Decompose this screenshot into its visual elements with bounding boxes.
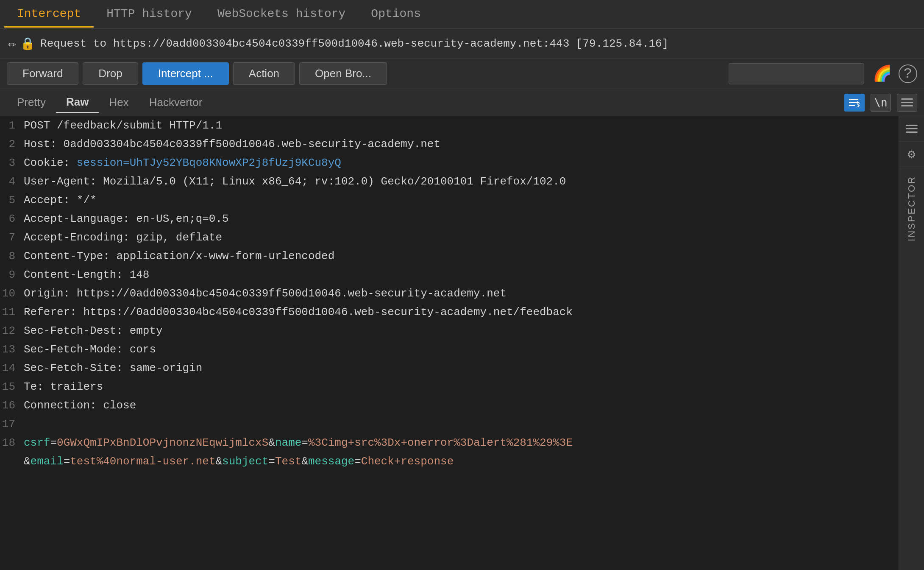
code-line-1: 1 POST /feedback/submit HTTP/1.1: [0, 116, 899, 135]
line-content-9: Content-Length: 148: [24, 265, 899, 284]
line-content-6: Accept-Language: en-US,en;q=0.5: [24, 210, 899, 228]
code-line-7: 7 Accept-Encoding: gzip, deflate: [0, 228, 899, 247]
action-button[interactable]: Action: [233, 62, 295, 85]
code-line-3: 3 Cookie: session=UhTJy52YBqo8KNowXP2j8f…: [0, 154, 899, 172]
code-line-6: 6 Accept-Language: en-US,en;q=0.5: [0, 210, 899, 228]
view-tab-pretty[interactable]: Pretty: [7, 92, 56, 112]
line-num-2: 2: [0, 135, 24, 154]
drop-button[interactable]: Drop: [83, 62, 138, 85]
help-icon[interactable]: ?: [899, 64, 917, 83]
intercept-button[interactable]: Intercept ...: [142, 62, 229, 85]
wrap-lines-button[interactable]: [844, 94, 865, 112]
code-line-11: 11 Referer: https://0add003304bc4504c033…: [0, 303, 899, 321]
line-content-7: Accept-Encoding: gzip, deflate: [24, 228, 899, 247]
search-input[interactable]: [729, 63, 864, 84]
line-content-16: Connection: close: [24, 396, 899, 415]
code-line-14: 14 Sec-Fetch-Site: same-origin: [0, 359, 899, 377]
svg-rect-2: [849, 105, 855, 106]
request-url: Request to https://0add003304bc4504c0339…: [40, 37, 668, 50]
line-content-15: Te: trailers: [24, 377, 899, 396]
line-content-4: User-Agent: Mozilla/5.0 (X11; Linux x86_…: [24, 172, 899, 191]
line-content-8: Content-Type: application/x-www-form-url…: [24, 247, 899, 265]
line-content-2: Host: 0add003304bc4504c0339ff500d10046.w…: [24, 135, 899, 154]
line-num-10: 10: [0, 284, 24, 303]
line-num-3: 3: [0, 154, 24, 172]
view-bar: Pretty Raw Hex Hackvertor \n: [0, 89, 924, 116]
code-line-16: 16 Connection: close: [0, 396, 899, 415]
hamburger-menu-icon[interactable]: [899, 116, 924, 142]
code-line-9: 9 Content-Length: 148: [0, 265, 899, 284]
line-num-5: 5: [0, 191, 24, 210]
view-bar-actions: \n: [844, 94, 917, 112]
line-num-13: 13: [0, 340, 24, 359]
line-num-9: 9: [0, 265, 24, 284]
code-line-15: 15 Te: trailers: [0, 377, 899, 396]
request-bar: ✏️ 🔒 Request to https://0add003304bc4504…: [0, 29, 924, 59]
line-num-1: 1: [0, 116, 24, 135]
inspector-label: INSPECTOR: [906, 176, 917, 241]
tab-options[interactable]: Options: [358, 1, 434, 28]
line-num-17: 17: [0, 415, 24, 433]
tab-http-history[interactable]: HTTP history: [94, 1, 205, 28]
newline-button[interactable]: \n: [871, 94, 891, 112]
code-line-2: 2 Host: 0add003304bc4504c0339ff500d10046…: [0, 135, 899, 154]
view-tab-hex[interactable]: Hex: [99, 92, 139, 112]
line-content-12: Sec-Fetch-Dest: empty: [24, 321, 899, 340]
rainbow-icon[interactable]: 🌈: [873, 64, 892, 83]
line-num-14: 14: [0, 359, 24, 377]
open-browser-button[interactable]: Open Bro...: [299, 62, 387, 85]
code-line-12: 12 Sec-Fetch-Dest: empty: [0, 321, 899, 340]
line-num-7: 7: [0, 228, 24, 247]
tab-intercept[interactable]: Intercept: [4, 1, 94, 28]
line-content-13: Sec-Fetch-Mode: cors: [24, 340, 899, 359]
action-bar: Forward Drop Intercept ... Action Open B…: [0, 59, 924, 89]
code-line-18: 18 csrf=0GWxQmIPxBnDlOPvjnonzNEqwijmlcxS…: [0, 433, 899, 471]
line-content-14: Sec-Fetch-Site: same-origin: [24, 359, 899, 377]
line-num-11: 11: [0, 303, 24, 321]
lock-icon: 🔒: [20, 36, 35, 51]
code-line-10: 10 Origin: https://0add003304bc4504c0339…: [0, 284, 899, 303]
line-num-12: 12: [0, 321, 24, 340]
line-content-18: csrf=0GWxQmIPxBnDlOPvjnonzNEqwijmlcxS&na…: [24, 433, 899, 471]
code-line-13: 13 Sec-Fetch-Mode: cors: [0, 340, 899, 359]
tab-bar: Intercept HTTP history WebSockets histor…: [0, 0, 924, 29]
tab-websockets-history[interactable]: WebSockets history: [205, 1, 358, 28]
line-content-10: Origin: https://0add003304bc4504c0339ff5…: [24, 284, 899, 303]
code-line-17: 17: [0, 415, 899, 433]
line-content-3: Cookie: session=UhTJy52YBqo8KNowXP2j8fUz…: [24, 154, 899, 172]
line-num-8: 8: [0, 247, 24, 265]
svg-rect-1: [849, 102, 858, 103]
code-line-8: 8 Content-Type: application/x-www-form-u…: [0, 247, 899, 265]
line-content-1: POST /feedback/submit HTTP/1.1: [24, 116, 899, 135]
line-content-5: Accept: */*: [24, 191, 899, 210]
code-line-5: 5 Accept: */*: [0, 191, 899, 210]
forward-button[interactable]: Forward: [7, 62, 78, 85]
line-content-11: Referer: https://0add003304bc4504c0339ff…: [24, 303, 899, 321]
line-num-4: 4: [0, 172, 24, 191]
view-tab-hackvertor[interactable]: Hackvertor: [139, 92, 213, 112]
right-sidebar: ⚙ INSPECTOR: [899, 116, 924, 570]
gear-settings-icon[interactable]: ⚙: [899, 142, 924, 167]
content-area: 1 POST /feedback/submit HTTP/1.1 2 Host:…: [0, 116, 924, 570]
line-num-16: 16: [0, 396, 24, 415]
line-num-6: 6: [0, 210, 24, 228]
code-panel[interactable]: 1 POST /feedback/submit HTTP/1.1 2 Host:…: [0, 116, 899, 570]
main-container: Intercept HTTP history WebSockets histor…: [0, 0, 924, 570]
svg-rect-0: [849, 99, 858, 100]
code-line-4: 4 User-Agent: Mozilla/5.0 (X11; Linux x8…: [0, 172, 899, 191]
menu-button[interactable]: [897, 94, 917, 112]
pencil-icon: ✏️: [8, 36, 16, 51]
view-tab-raw[interactable]: Raw: [56, 92, 99, 113]
line-num-15: 15: [0, 377, 24, 396]
line-num-18: 18: [0, 433, 24, 452]
